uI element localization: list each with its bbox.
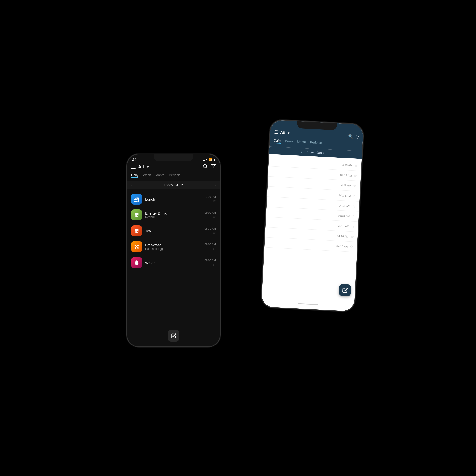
list-item-water[interactable]: Water 08:00 AM ☆ <box>127 255 220 270</box>
signal-icon: 📶 <box>209 158 212 161</box>
back-tab-week[interactable]: Week <box>285 139 293 144</box>
svg-point-0 <box>203 165 207 168</box>
prev-date-button[interactable]: ‹ <box>131 183 132 187</box>
breakfast-info: Breakfast Ham and egg <box>145 243 202 251</box>
items-list: Lunch 12:00 PM ☆ Energy Drink <box>127 189 220 327</box>
hamburger-icon[interactable] <box>131 166 136 169</box>
water-star[interactable]: ☆ <box>213 262 216 266</box>
menu-title: All ▼ <box>131 164 149 170</box>
date-nav: ‹ Today - Jul 6 › <box>127 181 220 189</box>
breakfast-time: 08:00 AM <box>205 243 216 246</box>
lunch-star[interactable]: ☆ <box>213 199 216 203</box>
star-icon[interactable]: ☆ <box>353 184 357 188</box>
front-header-icons <box>203 164 216 170</box>
back-date-text: Today - Jan 16 <box>305 150 326 155</box>
front-tab-daily[interactable]: Daily <box>131 173 138 178</box>
star-icon[interactable]: ☆ <box>350 245 353 249</box>
list-item-tea[interactable]: Tea 08:30 AM ☆ <box>127 223 220 239</box>
wifi-icon: ▲▼ <box>203 158 208 161</box>
energy-star[interactable]: ☆ <box>213 215 216 219</box>
scene: ☰ All ▼ 🔍 ▽ Daily Week Month Periodic <box>126 126 350 350</box>
back-phone: ☰ All ▼ 🔍 ▽ Daily Week Month Periodic <box>260 119 364 312</box>
back-tab-daily[interactable]: Daily <box>274 138 281 143</box>
back-tab-periodic[interactable]: Periodic <box>310 140 322 146</box>
star-icon[interactable]: ☆ <box>353 194 356 198</box>
back-header-icons: 🔍 ▽ <box>348 134 359 139</box>
back-next-arrow[interactable]: › <box>329 151 330 155</box>
svg-marker-2 <box>211 165 216 168</box>
water-icon <box>131 257 142 268</box>
list-item-lunch[interactable]: Lunch 12:00 PM ☆ <box>127 191 220 207</box>
front-tab-periodic[interactable]: Periodic <box>169 173 180 178</box>
battery-icon: ▮ <box>213 158 215 161</box>
bottom-area <box>127 327 220 346</box>
breakfast-name: Breakfast <box>145 243 202 247</box>
home-indicator <box>161 344 186 344</box>
front-phone-screen: .34 ▲▼ 📶 ▮ All ▼ <box>127 154 220 346</box>
energy-icon <box>131 209 142 220</box>
star-icon[interactable]: ☆ <box>354 174 357 178</box>
water-info: Water <box>145 261 202 265</box>
energy-name: Energy Drink <box>145 211 202 215</box>
breakfast-star[interactable]: ☆ <box>213 246 216 250</box>
tea-name: Tea <box>145 229 202 233</box>
lunch-time: 12:00 PM <box>204 195 216 198</box>
energy-time-col: 09:00 AM ☆ <box>205 211 216 219</box>
front-nav-tabs: Daily Week Month Periodic <box>131 172 216 179</box>
star-icon[interactable]: ☆ <box>351 224 355 229</box>
back-fab[interactable] <box>339 284 351 296</box>
breakfast-icon <box>131 241 142 252</box>
list-item-breakfast[interactable]: Breakfast Ham and egg 08:00 AM ☆ <box>127 239 220 255</box>
back-time-list: 04:18 AM ☆ 04:18 AM ☆ 04:18 AM ☆ 04:18 A… <box>264 154 362 254</box>
front-fab[interactable] <box>168 330 179 342</box>
star-icon[interactable]: ☆ <box>354 164 357 168</box>
water-time: 08:00 AM <box>205 259 216 262</box>
tea-time: 08:30 AM <box>205 227 216 230</box>
energy-info: Energy Drink Redbull <box>145 211 202 219</box>
svg-line-1 <box>206 167 207 168</box>
next-date-button[interactable]: › <box>215 183 216 187</box>
lunch-time-col: 12:00 PM ☆ <box>204 195 216 203</box>
list-item-energy[interactable]: Energy Drink Redbull 09:00 AM ☆ <box>127 207 220 223</box>
back-dropdown-icon[interactable]: ▼ <box>287 131 290 135</box>
tea-star[interactable]: ☆ <box>213 231 216 235</box>
status-time: .34 <box>132 158 136 161</box>
tea-info: Tea <box>145 229 202 233</box>
front-tab-week[interactable]: Week <box>143 173 151 178</box>
water-name: Water <box>145 261 202 265</box>
back-phone-content: 04:18 AM ☆ 04:18 AM ☆ 04:18 AM ☆ 04:18 A… <box>261 154 362 312</box>
front-title: All <box>138 164 144 170</box>
breakfast-time-col: 08:00 AM ☆ <box>205 243 216 250</box>
breakfast-sub: Ham and egg <box>145 247 202 251</box>
status-bar: .34 ▲▼ 📶 ▮ <box>127 154 220 162</box>
back-filter-icon[interactable]: ▽ <box>356 134 359 139</box>
water-time-col: 08:00 AM ☆ <box>205 259 216 266</box>
star-icon[interactable]: ☆ <box>352 204 356 208</box>
front-search-icon[interactable] <box>203 164 208 170</box>
back-phone-screen: ☰ All ▼ 🔍 ▽ Daily Week Month Periodic <box>261 120 364 312</box>
lunch-icon <box>131 194 142 205</box>
energy-sub: Redbull <box>145 215 202 219</box>
back-home-bar <box>298 303 318 305</box>
back-title: All <box>280 130 285 135</box>
tea-icon <box>131 225 142 236</box>
back-prev-arrow[interactable]: ‹ <box>301 150 302 154</box>
front-header-row: All ▼ <box>131 164 216 170</box>
front-phone: .34 ▲▼ 📶 ▮ All ▼ <box>126 154 221 347</box>
back-tab-month[interactable]: Month <box>297 140 306 145</box>
date-display: Today - Jul 6 <box>164 183 183 187</box>
star-icon[interactable]: ☆ <box>352 214 355 218</box>
front-header: All ▼ <box>127 162 220 181</box>
dropdown-arrow-icon[interactable]: ▼ <box>146 165 149 169</box>
lunch-name: Lunch <box>145 197 201 201</box>
tea-time-col: 08:30 AM ☆ <box>205 227 216 235</box>
star-icon[interactable]: ☆ <box>350 235 354 239</box>
status-icons: ▲▼ 📶 ▮ <box>203 158 215 161</box>
lunch-info: Lunch <box>145 197 201 201</box>
back-menu-icon[interactable]: ☰ <box>274 130 278 135</box>
energy-time: 09:00 AM <box>205 211 216 214</box>
back-search-icon[interactable]: 🔍 <box>348 134 353 139</box>
back-phone-header: ☰ All ▼ 🔍 ▽ Daily Week Month Periodic <box>269 120 363 151</box>
front-tab-month[interactable]: Month <box>155 173 164 178</box>
front-filter-icon[interactable] <box>211 164 216 170</box>
